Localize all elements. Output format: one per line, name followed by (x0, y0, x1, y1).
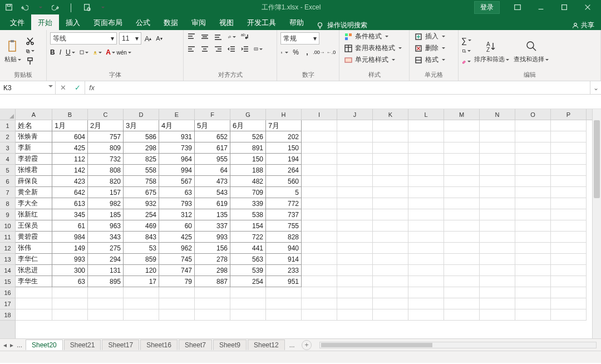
cell[interactable] (480, 232, 515, 243)
cell[interactable]: 441 (230, 243, 266, 254)
cell[interactable] (551, 198, 587, 209)
cell[interactable] (408, 154, 444, 165)
cell[interactable] (302, 165, 337, 176)
cell[interactable] (551, 176, 587, 187)
cell[interactable] (302, 220, 337, 232)
cell[interactable]: 469 (124, 220, 159, 232)
formula-input[interactable] (98, 81, 590, 94)
cell[interactable]: 135 (195, 209, 230, 220)
cell[interactable]: 642 (52, 187, 88, 198)
redo-icon[interactable] (50, 2, 61, 13)
cell[interactable]: 617 (195, 142, 230, 154)
column-header[interactable]: G (230, 109, 266, 120)
cell[interactable]: 张新红 (16, 209, 52, 220)
font-size-select[interactable]: 11▾ (119, 32, 141, 45)
format-as-table-button[interactable]: 套用表格格式 (343, 43, 403, 53)
row-header[interactable]: 15 (0, 276, 15, 287)
row-header[interactable]: 7 (0, 187, 15, 198)
cell[interactable] (302, 265, 337, 276)
cell[interactable]: 586 (124, 131, 159, 142)
paste-button[interactable]: 粘贴 (3, 37, 22, 65)
cell[interactable]: 149 (52, 243, 88, 254)
cell[interactable]: 755 (266, 220, 302, 232)
cell[interactable]: 张忠进 (16, 265, 52, 276)
cell[interactable] (551, 276, 587, 287)
cell[interactable] (551, 220, 587, 232)
format-cells-button[interactable]: 格式 (413, 55, 446, 65)
scrollbar-thumb[interactable] (594, 120, 600, 198)
cell[interactable]: 895 (88, 276, 124, 287)
tab-help[interactable]: 帮助 (283, 14, 311, 30)
cell[interactable] (444, 131, 480, 142)
cell[interactable] (408, 232, 444, 243)
cell[interactable] (337, 232, 373, 243)
cell[interactable] (373, 220, 408, 232)
cell[interactable] (373, 120, 408, 131)
sheet-nav-prev-icon[interactable]: ◂ (3, 341, 7, 349)
cell[interactable]: 1月 (52, 120, 88, 131)
cell[interactable] (52, 298, 88, 309)
expand-formula-bar-icon[interactable]: ⌄ (590, 81, 601, 94)
bold-button[interactable]: B (50, 48, 55, 56)
cell[interactable] (124, 309, 159, 321)
cell[interactable]: 747 (159, 265, 195, 276)
cell[interactable] (373, 298, 408, 309)
align-center-icon[interactable] (200, 45, 209, 53)
cell[interactable] (373, 165, 408, 176)
row-header[interactable]: 1 (0, 120, 15, 131)
decrease-font-icon[interactable]: A▾ (155, 34, 164, 43)
tab-file[interactable]: 文件 (3, 14, 31, 30)
cell[interactable] (444, 265, 480, 276)
tab-developer[interactable]: 开发工具 (240, 14, 283, 30)
tab-review[interactable]: 审阅 (185, 14, 213, 30)
cell[interactable]: 薛保良 (16, 176, 52, 187)
cell[interactable] (444, 232, 480, 243)
cell[interactable] (373, 209, 408, 220)
cell[interactable] (480, 165, 515, 176)
cut-icon[interactable] (26, 37, 35, 46)
cell[interactable]: 820 (88, 176, 124, 187)
cell[interactable]: 809 (88, 142, 124, 154)
cell[interactable] (480, 287, 515, 298)
cell[interactable] (480, 220, 515, 232)
chevron-down-icon[interactable] (48, 85, 53, 87)
enter-formula-icon[interactable]: ✓ (70, 83, 85, 92)
cell[interactable] (551, 254, 587, 265)
cell[interactable] (373, 309, 408, 321)
cell[interactable] (373, 176, 408, 187)
cell[interactable] (408, 176, 444, 187)
cell[interactable]: 154 (230, 220, 266, 232)
cell[interactable]: 345 (52, 209, 88, 220)
wrap-text-icon[interactable]: ab (240, 32, 249, 41)
cell[interactable] (373, 232, 408, 243)
cell[interactable] (230, 309, 266, 321)
cell[interactable] (408, 120, 444, 131)
fx-icon[interactable]: fx (85, 81, 98, 94)
cell[interactable] (480, 309, 515, 321)
cell[interactable]: 984 (52, 232, 88, 243)
cell[interactable]: 157 (88, 187, 124, 198)
cell[interactable] (159, 309, 195, 321)
cell[interactable] (337, 243, 373, 254)
cell[interactable] (515, 276, 551, 287)
cell[interactable] (551, 154, 587, 165)
cell[interactable]: 343 (88, 232, 124, 243)
cell[interactable]: 828 (266, 232, 302, 243)
cell[interactable] (373, 142, 408, 154)
cell[interactable]: 姓名 (16, 120, 52, 131)
cell[interactable] (480, 187, 515, 198)
qat-customize-dropdown[interactable] (97, 2, 108, 13)
insert-cells-button[interactable]: 插入 (413, 31, 446, 42)
cell[interactable] (408, 198, 444, 209)
cell[interactable] (480, 131, 515, 142)
cell[interactable]: 150 (266, 142, 302, 154)
cell[interactable]: 63 (159, 187, 195, 198)
cell[interactable] (302, 187, 337, 198)
cell[interactable] (337, 265, 373, 276)
cell[interactable] (408, 309, 444, 321)
cell[interactable] (302, 131, 337, 142)
cell[interactable]: 563 (230, 254, 266, 265)
cell[interactable] (302, 154, 337, 165)
column-header[interactable]: I (302, 109, 337, 120)
cell[interactable] (408, 243, 444, 254)
